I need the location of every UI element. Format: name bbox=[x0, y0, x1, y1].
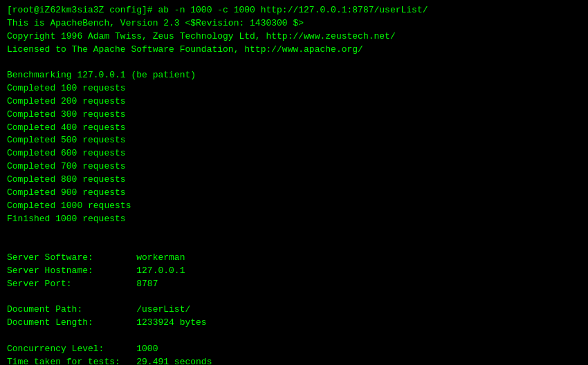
blank-line bbox=[7, 56, 581, 69]
blank-line bbox=[7, 238, 581, 252]
terminal-line-cmd: [root@iZ62km3sia3Z config]# ab -n 1000 -… bbox=[7, 4, 581, 17]
terminal-line-port: Server Port: 8787 bbox=[7, 278, 581, 291]
blank-line bbox=[7, 330, 581, 343]
terminal-line-c900: Completed 900 requests bbox=[7, 187, 581, 200]
terminal-line-finished: Finished 1000 requests bbox=[7, 213, 581, 226]
terminal-line-c400: Completed 400 requests bbox=[7, 122, 581, 135]
terminal-line-docpath: Document Path: /userList/ bbox=[7, 303, 581, 317]
terminal-line-c600: Completed 600 requests bbox=[7, 147, 581, 160]
terminal-line-c700: Completed 700 requests bbox=[7, 160, 581, 174]
blank-line bbox=[7, 225, 581, 238]
terminal-line-software: Server Software: workerman bbox=[7, 252, 581, 265]
terminal-line-concurrency: Concurrency Level: 1000 bbox=[7, 343, 581, 356]
terminal-line-version1: This is ApacheBench, Version 2.3 <$Revis… bbox=[7, 17, 581, 30]
terminal-line-c500: Completed 500 requests bbox=[7, 134, 581, 147]
terminal-line-licensed: Licensed to The Apache Software Foundati… bbox=[7, 44, 581, 57]
blank-line bbox=[7, 291, 581, 304]
terminal-line-copyright: Copyright 1996 Adam Twiss, Zeus Technolo… bbox=[7, 30, 581, 44]
terminal-line-hostname: Server Hostname: 127.0.0.1 bbox=[7, 265, 581, 278]
terminal-window: [root@iZ62km3sia3Z config]# ab -n 1000 -… bbox=[7, 4, 581, 365]
terminal-line-c1000: Completed 1000 requests bbox=[7, 200, 581, 213]
terminal-line-c200: Completed 200 requests bbox=[7, 95, 581, 109]
terminal-line-c300: Completed 300 requests bbox=[7, 109, 581, 122]
terminal-line-timetaken: Time taken for tests: 29.491 seconds bbox=[7, 356, 581, 365]
terminal-line-doclength: Document Length: 1233924 bytes bbox=[7, 317, 581, 330]
terminal-line-c100: Completed 100 requests bbox=[7, 82, 581, 95]
terminal-line-c800: Completed 800 requests bbox=[7, 174, 581, 187]
terminal-line-benchmarking: Benchmarking 127.0.0.1 (be patient) bbox=[7, 69, 581, 82]
